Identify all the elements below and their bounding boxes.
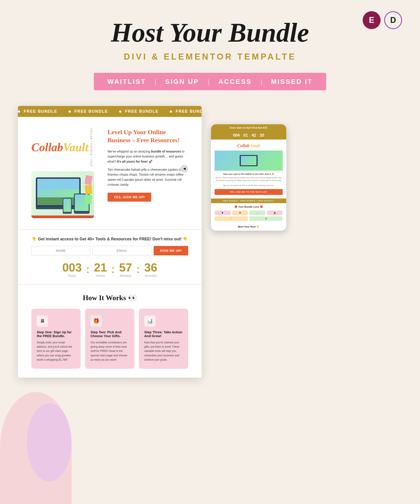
mobile-subtext: Get 40+ Tools & Resources for FREE! Don'… bbox=[215, 176, 283, 182]
how-card-text-2: Our incredible contributors are giving a… bbox=[90, 341, 129, 362]
how-it-works-title: How It Works 👀 bbox=[31, 294, 188, 302]
how-card-icon-3: 📊 bbox=[144, 315, 156, 327]
ticker-item-2: FREE BUNDLE bbox=[69, 109, 108, 114]
mobile-meet-section: Meet Your Host 👇 bbox=[211, 223, 286, 230]
tab-access[interactable]: ACCESS bbox=[218, 78, 252, 85]
mobile-card-4: 💼 bbox=[267, 210, 283, 215]
ticker-item-1: FREE BUNDLE bbox=[18, 109, 57, 114]
how-card-3: 📊 Step Three: Take Action And Grow! Now … bbox=[139, 309, 188, 369]
how-card-text-1: Simply enter your email address, and you… bbox=[37, 341, 75, 362]
mobile-cta-button[interactable]: YES, ADD ME TO THE WAITLIST! bbox=[215, 189, 283, 195]
mobile-card-1: 📱 bbox=[215, 210, 231, 215]
mobile-content: Collab Vault Save your spot on the waitl… bbox=[211, 139, 286, 198]
countdown-sep-3: : bbox=[137, 262, 140, 276]
mobile-card-3: 📊 bbox=[249, 210, 265, 215]
mobile-collab-text: Collab bbox=[237, 143, 249, 148]
mockup-cta-button[interactable]: YES, SIGN ME UP! bbox=[108, 193, 151, 202]
laptop-landscape bbox=[37, 197, 79, 205]
how-card-icon-1: 🖥 bbox=[37, 315, 48, 327]
mockup-left: Collab Vault COLLAB + LAUNCH + SALE bbox=[31, 128, 99, 218]
mobile-phone: Doors Open on April 30 at 8am EST. 004 :… bbox=[210, 124, 287, 231]
countdown-days: 003 Day(s) bbox=[62, 261, 82, 277]
mobile-waitlist-title: Save your spot on the waitlist so you do… bbox=[215, 173, 283, 175]
top-badges: E D bbox=[363, 11, 402, 29]
book-1 bbox=[84, 175, 92, 185]
book-stack bbox=[85, 176, 92, 204]
collab-logo: Collab Vault COLLAB + LAUNCH + SALE bbox=[31, 128, 99, 167]
page-title: Host Your Bundle bbox=[0, 18, 420, 48]
how-card-2: 🎁 Step Two: Pick And Choose Your Gifts. … bbox=[85, 309, 134, 369]
phone-graphic bbox=[63, 198, 72, 214]
mobile-card-5: 🌟 bbox=[215, 216, 248, 221]
website-mockup: FREE BUNDLE FREE BUNDLE FREE BUNDLE FREE… bbox=[18, 106, 202, 378]
mockup-para-1: We've whipped up an amazing bundle of re… bbox=[108, 149, 188, 164]
how-card-title-3: Step Three: Take Action And Grow! bbox=[144, 330, 183, 338]
countdown-sep-1: : bbox=[86, 262, 89, 276]
countdown-minutes: 57 Minute(s) bbox=[119, 261, 132, 277]
countdown-sep-2: : bbox=[111, 262, 114, 276]
mockup-heading: Level Up Your Online Business – Free Res… bbox=[108, 128, 188, 144]
main-content: FREE BUNDLE FREE BUNDLE FREE BUNDLE FREE… bbox=[0, 106, 420, 378]
mobile-card-6: 🎯 bbox=[249, 216, 283, 221]
nav-sep-3: | bbox=[261, 78, 262, 85]
phone-screen bbox=[63, 199, 71, 212]
mobile-cards: 📱 🎁 📊 💼 🌟 🎯 bbox=[215, 210, 283, 221]
signup-title: 👇 Get instant access to Get 40+ Tools & … bbox=[31, 237, 188, 241]
mobile-device-img bbox=[215, 150, 283, 171]
divi-badge: D bbox=[384, 11, 402, 29]
mockup-icon-small: ◀ bbox=[180, 165, 188, 173]
how-card-icon-2: 🎁 bbox=[90, 315, 102, 327]
vault-text: Vault bbox=[63, 141, 89, 154]
device-illustration bbox=[31, 171, 94, 218]
mobile-minutes: 42 bbox=[252, 133, 256, 138]
countdown-seconds: 36 Second(s) bbox=[144, 261, 157, 277]
name-input[interactable] bbox=[31, 246, 90, 255]
ticker-item-3: FREE BUNDLE bbox=[119, 109, 159, 114]
how-card-title-1: Step One: Sign Up for the FREE Bundle. bbox=[37, 330, 75, 338]
mobile-meet-title: Meet Your Host 👇 bbox=[215, 225, 283, 228]
page-subtitle: DIVI & ELEMENTOR TEMPALTE bbox=[0, 52, 420, 62]
countdown-hours: 21 Hour(s) bbox=[94, 261, 107, 277]
ticker-dot-4 bbox=[170, 110, 172, 113]
book-2 bbox=[85, 185, 92, 194]
hero-section: Host Your Bundle DIVI & ELEMENTOR TEMPAL… bbox=[0, 0, 420, 62]
submit-button[interactable]: SIGN ME UP! bbox=[154, 246, 188, 255]
mobile-logo: Collab Vault bbox=[215, 143, 283, 148]
ticker-bar: FREE BUNDLE FREE BUNDLE FREE BUNDLE FREE… bbox=[18, 106, 202, 117]
ground-strip bbox=[31, 216, 94, 218]
mobile-top-bar: Doors Open on April 30 at 8am EST. bbox=[211, 124, 286, 131]
nav-tab-bar: WAITLIST | SIGN UP | ACCESS | MISSED IT bbox=[94, 73, 326, 90]
mobile-countdown: 004 : 01 : 42 : 20 bbox=[211, 131, 286, 139]
book-3 bbox=[85, 195, 92, 204]
mobile-seconds: 20 bbox=[260, 133, 264, 138]
mockup-signup-section: 👇 Get instant access to Get 40+ Tools & … bbox=[18, 229, 202, 284]
mockup-hero: Collab Vault COLLAB + LAUNCH + SALE bbox=[18, 117, 202, 229]
mobile-section-bar: FREE BUNDLE • FREE BUNDLE • FREE BUNDLE … bbox=[211, 198, 286, 203]
countdown: 003 Day(s) : 21 Hour(s) : 57 Minute(s) :… bbox=[31, 261, 188, 277]
bg-shape-lavender bbox=[27, 403, 72, 482]
nav-sep-2: | bbox=[208, 78, 210, 85]
how-it-works-section: How It Works 👀 🖥 Step One: Sign Up for t… bbox=[18, 284, 202, 378]
ticker-dot bbox=[18, 110, 20, 113]
ticker-dot-3 bbox=[119, 110, 121, 113]
mobile-days: 004 bbox=[233, 133, 240, 138]
mobile-bundle-title: 🎁 Your Bundle Love 🎁 bbox=[215, 205, 283, 208]
signup-form: SIGN ME UP! bbox=[31, 246, 188, 255]
how-cards: 🖥 Step One: Sign Up for the FREE Bundle.… bbox=[31, 309, 188, 369]
nav-tabs: WAITLIST | SIGN UP | ACCESS | MISSED IT bbox=[0, 73, 420, 90]
nav-sep-1: | bbox=[155, 78, 156, 85]
mockup-right: Level Up Your Online Business – Free Res… bbox=[108, 128, 188, 202]
tab-waitlist[interactable]: WAITLIST bbox=[107, 78, 146, 85]
mockup-para-2: Tart cheesecake halvah jelly-o cheesecak… bbox=[108, 167, 188, 187]
tab-signup[interactable]: SIGN UP bbox=[165, 78, 199, 85]
mobile-hours: 01 bbox=[244, 133, 248, 138]
mobile-mockup: Doors Open on April 30 at 8am EST. 004 :… bbox=[210, 124, 287, 231]
collab-badge-text: COLLAB + LAUNCH + SALE bbox=[90, 128, 92, 167]
collab-c-text: C bbox=[31, 141, 39, 154]
mobile-cta-text: Sign up now and be the first to access t… bbox=[215, 184, 283, 187]
email-input[interactable] bbox=[92, 246, 151, 255]
elementor-badge: E bbox=[363, 11, 381, 29]
tab-missed-it[interactable]: MISSED IT bbox=[271, 78, 313, 85]
ticker-dot-2 bbox=[69, 110, 71, 113]
mobile-device-laptop bbox=[240, 155, 258, 166]
